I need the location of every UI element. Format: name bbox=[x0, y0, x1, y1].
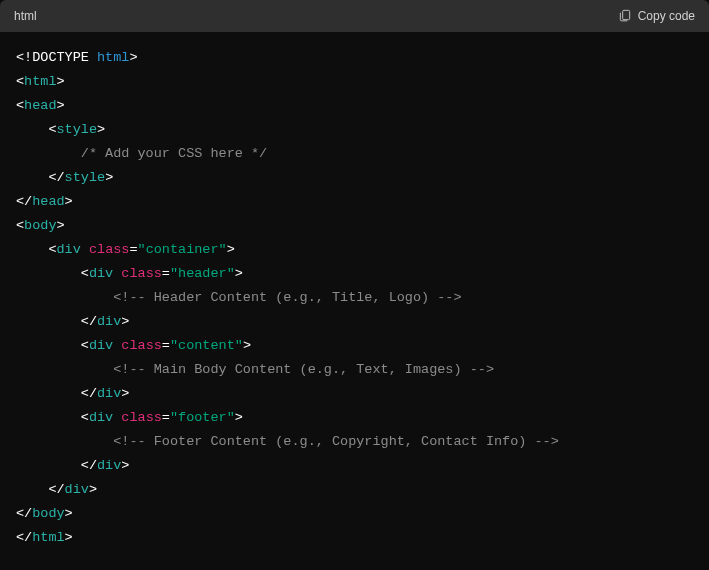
code-line: <head> bbox=[16, 94, 693, 118]
code-token: <!DOCTYPE bbox=[16, 50, 97, 65]
code-token: <!-- Header Content (e.g., Title, Logo) … bbox=[16, 290, 462, 305]
code-token: > bbox=[97, 122, 105, 137]
code-token: > bbox=[129, 50, 137, 65]
code-token: < bbox=[16, 98, 24, 113]
code-line: <div class="content"> bbox=[16, 334, 693, 358]
code-line: <div class="container"> bbox=[16, 238, 693, 262]
code-token: html bbox=[97, 50, 129, 65]
code-token: = bbox=[162, 410, 170, 425]
code-token: /* Add your CSS here */ bbox=[16, 146, 267, 161]
code-token: head bbox=[32, 194, 64, 209]
code-line: <html> bbox=[16, 70, 693, 94]
code-token: </ bbox=[16, 530, 32, 545]
code-token: class bbox=[89, 242, 130, 257]
code-token: < bbox=[16, 218, 24, 233]
code-token: > bbox=[227, 242, 235, 257]
code-token: class bbox=[121, 338, 162, 353]
code-token: > bbox=[57, 98, 65, 113]
code-token: > bbox=[121, 386, 129, 401]
code-line: /* Add your CSS here */ bbox=[16, 142, 693, 166]
code-line: </div> bbox=[16, 382, 693, 406]
code-token: < bbox=[16, 338, 89, 353]
code-line: <body> bbox=[16, 214, 693, 238]
code-token: div bbox=[89, 338, 113, 353]
code-line: <!DOCTYPE html> bbox=[16, 46, 693, 70]
code-token: > bbox=[65, 194, 73, 209]
code-token: </ bbox=[16, 314, 97, 329]
code-block-container: html Copy code <!DOCTYPE html><html><hea… bbox=[0, 0, 709, 570]
code-token: "footer" bbox=[170, 410, 235, 425]
code-token: </ bbox=[16, 386, 97, 401]
code-token: > bbox=[235, 410, 243, 425]
code-token: div bbox=[57, 242, 81, 257]
code-line: </div> bbox=[16, 310, 693, 334]
code-token: html bbox=[24, 74, 56, 89]
code-token: <!-- Footer Content (e.g., Copyright, Co… bbox=[16, 434, 559, 449]
code-line: </div> bbox=[16, 478, 693, 502]
copy-button-label: Copy code bbox=[638, 9, 695, 23]
code-token: html bbox=[32, 530, 64, 545]
code-token: div bbox=[89, 266, 113, 281]
code-token: </ bbox=[16, 170, 65, 185]
copy-code-button[interactable]: Copy code bbox=[618, 8, 695, 25]
code-line: <style> bbox=[16, 118, 693, 142]
code-token: </ bbox=[16, 506, 32, 521]
code-token: = bbox=[162, 266, 170, 281]
code-token: > bbox=[121, 458, 129, 473]
code-token: </ bbox=[16, 194, 32, 209]
code-token: > bbox=[57, 218, 65, 233]
code-token: < bbox=[16, 122, 57, 137]
code-line: </html> bbox=[16, 526, 693, 550]
code-token: = bbox=[129, 242, 137, 257]
code-token: <!-- Main Body Content (e.g., Text, Imag… bbox=[16, 362, 494, 377]
code-token: < bbox=[16, 74, 24, 89]
svg-rect-0 bbox=[622, 10, 629, 19]
code-token: > bbox=[65, 530, 73, 545]
code-token: "container" bbox=[138, 242, 227, 257]
code-token: < bbox=[16, 242, 57, 257]
code-content[interactable]: <!DOCTYPE html><html><head> <style> /* A… bbox=[0, 32, 709, 564]
code-token: > bbox=[235, 266, 243, 281]
code-token: body bbox=[32, 506, 64, 521]
code-token: div bbox=[97, 314, 121, 329]
code-token: > bbox=[121, 314, 129, 329]
code-token: div bbox=[89, 410, 113, 425]
code-block-header: html Copy code bbox=[0, 0, 709, 32]
code-token: = bbox=[162, 338, 170, 353]
code-token: "header" bbox=[170, 266, 235, 281]
code-token: > bbox=[243, 338, 251, 353]
code-token: div bbox=[97, 458, 121, 473]
language-label: html bbox=[14, 9, 37, 23]
clipboard-icon bbox=[618, 8, 632, 25]
code-line: <div class="header"> bbox=[16, 262, 693, 286]
code-line: </div> bbox=[16, 454, 693, 478]
code-line: <div class="footer"> bbox=[16, 406, 693, 430]
code-token: div bbox=[65, 482, 89, 497]
code-token: </ bbox=[16, 482, 65, 497]
code-token: style bbox=[57, 122, 98, 137]
code-token: < bbox=[16, 410, 89, 425]
code-line: <!-- Header Content (e.g., Title, Logo) … bbox=[16, 286, 693, 310]
code-token: > bbox=[89, 482, 97, 497]
code-token: > bbox=[105, 170, 113, 185]
code-token: > bbox=[65, 506, 73, 521]
code-line: </body> bbox=[16, 502, 693, 526]
code-line: <!-- Footer Content (e.g., Copyright, Co… bbox=[16, 430, 693, 454]
code-line: </style> bbox=[16, 166, 693, 190]
code-token: class bbox=[121, 266, 162, 281]
code-token bbox=[81, 242, 89, 257]
code-token: head bbox=[24, 98, 56, 113]
code-token: > bbox=[57, 74, 65, 89]
code-line: <!-- Main Body Content (e.g., Text, Imag… bbox=[16, 358, 693, 382]
code-line: </head> bbox=[16, 190, 693, 214]
code-token: "content" bbox=[170, 338, 243, 353]
code-token: div bbox=[97, 386, 121, 401]
code-token: class bbox=[121, 410, 162, 425]
code-token: style bbox=[65, 170, 106, 185]
code-token: < bbox=[16, 266, 89, 281]
code-token: </ bbox=[16, 458, 97, 473]
code-token: body bbox=[24, 218, 56, 233]
